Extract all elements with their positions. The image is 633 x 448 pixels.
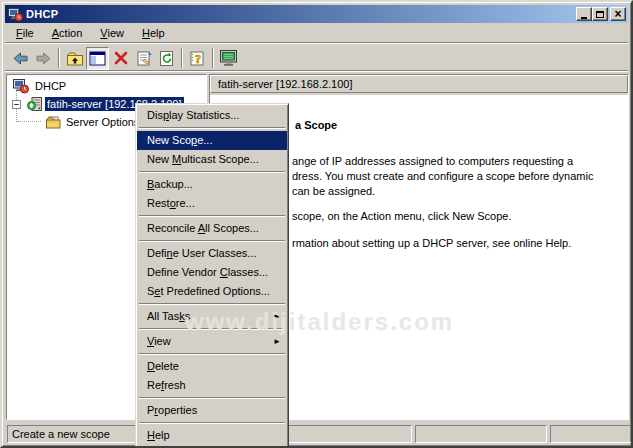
menu-item-reconcile-all-scopes[interactable]: Reconcile All Scopes... <box>137 219 287 238</box>
toolbar-properties-button[interactable] <box>132 47 155 70</box>
status-segment <box>415 425 547 443</box>
delete-icon <box>113 50 129 66</box>
title-bar[interactable]: DHCP × <box>5 5 628 23</box>
body-text-fragment: ange of IP addresses assigned to compute… <box>292 155 573 167</box>
menu-item-view[interactable]: View► <box>137 332 287 351</box>
menu-file[interactable]: File <box>7 25 43 42</box>
submenu-arrow-icon: ► <box>273 332 281 351</box>
menu-item-define-vendor-classes[interactable]: Define Vendor Classes... <box>137 263 287 282</box>
toolbar: ? <box>5 45 628 72</box>
window-controls: × <box>576 7 626 21</box>
toolbar-console-window-button[interactable] <box>217 47 240 70</box>
refresh-icon <box>158 50 175 67</box>
show-hide-console-tree-icon <box>89 51 106 66</box>
menu-separator <box>139 171 285 173</box>
scope-heading-fragment: a Scope <box>295 119 337 131</box>
menu-item-define-user-classes[interactable]: Define User Classes... <box>137 244 287 263</box>
dhcp-app-icon <box>7 6 23 22</box>
minimize-icon <box>581 17 587 19</box>
status-segment <box>550 425 632 443</box>
svg-text:?: ? <box>194 52 200 65</box>
body-text-fragment: scope, on the Action menu, click New Sco… <box>292 210 512 222</box>
submenu-arrow-icon: ► <box>273 307 281 326</box>
back-icon <box>12 50 29 67</box>
menu-item-display-statistics[interactable]: Display Statistics... <box>137 106 287 125</box>
menu-item-help[interactable]: Help <box>137 426 287 445</box>
tree-item-label: Server Options <box>64 115 141 129</box>
console-window-icon <box>219 49 238 67</box>
menu-item-restore[interactable]: Restore... <box>137 194 287 213</box>
menu-item-backup[interactable]: Backup... <box>137 175 287 194</box>
menu-action[interactable]: Action <box>43 25 92 42</box>
menu-item-refresh[interactable]: Refresh <box>137 376 287 395</box>
dhcp-console-window: DHCP × FileActionViewHelp <box>0 0 633 448</box>
menu-view[interactable]: View <box>91 25 133 42</box>
dhcp-root-icon <box>13 78 29 94</box>
toolbar-up-one-level-button[interactable] <box>63 47 86 70</box>
menu-item-properties[interactable]: Properties <box>137 401 287 420</box>
menu-item-set-predefined-options[interactable]: Set Predefined Options... <box>137 282 287 301</box>
menu-separator <box>139 328 285 330</box>
toolbar-separator <box>181 48 183 68</box>
tree-item-dhcp[interactable]: DHCP <box>7 77 206 95</box>
menu-separator <box>139 215 285 217</box>
folder-icon <box>45 114 62 130</box>
menu-separator <box>139 127 285 129</box>
window-title: DHCP <box>26 8 58 20</box>
body-text-fragment: rmation about setting up a DHCP server, … <box>292 237 571 249</box>
toolbar-delete-button[interactable] <box>109 47 132 70</box>
menu-separator <box>139 397 285 399</box>
menu-item-all-tasks[interactable]: All Tasks► <box>137 307 287 326</box>
result-pane-header: fatih-server [192.168.2.100] <box>210 75 628 93</box>
tree-item-label: DHCP <box>33 79 68 93</box>
help-icon: ? <box>189 50 207 67</box>
toolbar-show-hide-console-tree-button[interactable] <box>86 47 109 70</box>
toolbar-forward-button[interactable] <box>32 47 55 70</box>
forward-icon <box>35 50 52 67</box>
menu-separator <box>139 240 285 242</box>
menu-separator <box>139 353 285 355</box>
toolbar-back-button[interactable] <box>9 47 32 70</box>
toolbar-separator <box>58 48 60 68</box>
close-button[interactable]: × <box>610 7 626 21</box>
menu-item-new-multicast-scope[interactable]: New Multicast Scope... <box>137 150 287 169</box>
menu-separator <box>139 422 285 424</box>
body-text-fragment: dress. You must create and configure a s… <box>292 170 593 182</box>
maximize-icon <box>596 11 604 18</box>
maximize-button[interactable] <box>592 7 608 21</box>
menu-help[interactable]: Help <box>133 25 174 42</box>
menu-item-new-scope[interactable]: New Scope... <box>137 131 287 150</box>
up-one-level-icon <box>66 50 84 67</box>
server-icon <box>27 96 43 112</box>
toolbar-separator <box>212 48 214 68</box>
toolbar-help-button[interactable]: ? <box>186 47 209 70</box>
minimize-button[interactable] <box>576 7 592 21</box>
status-bar: Create a new scope <box>5 423 628 445</box>
menu-separator <box>139 303 285 305</box>
toolbar-refresh-button[interactable] <box>155 47 178 70</box>
context-menu: Display Statistics...New Scope...New Mul… <box>135 103 289 448</box>
menu-bar: FileActionViewHelp <box>5 24 628 44</box>
collapse-minus-icon[interactable]: − <box>12 100 21 109</box>
properties-icon <box>135 50 153 67</box>
menu-item-delete[interactable]: Delete <box>137 357 287 376</box>
body-text-fragment: can be assigned. <box>292 185 375 197</box>
